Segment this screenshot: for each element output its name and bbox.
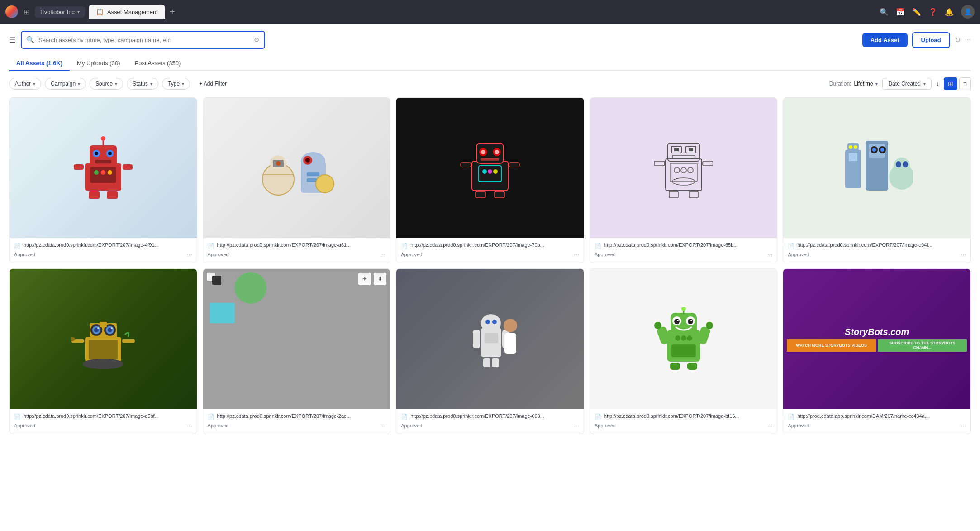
sort-selector[interactable]: Date Created ▾ [882,78,931,90]
filter-campaign[interactable]: Campaign ▾ [45,78,86,90]
workspace-selector[interactable]: Evoltobor Inc ▾ [35,6,85,18]
svg-point-113 [677,320,679,321]
help-icon[interactable]: ❓ [928,8,937,16]
refresh-icon[interactable]: ↻ [955,36,961,44]
asset-status: Approved [14,252,35,257]
asset-more-button[interactable]: ··· [381,251,386,258]
duration-label: Duration: [829,81,852,87]
asset-more-button[interactable]: ··· [574,422,579,429]
asset-thumbnail [590,98,777,238]
svg-point-116 [681,335,686,341]
thumb-overlay: ✈ ⬇ [358,273,386,285]
tab-icon: 📋 [96,8,104,15]
svg-rect-104 [492,358,499,367]
asset-more-button[interactable]: ··· [767,422,773,429]
asset-url: http://pz.cdata.prod0.sprinklr.com/EXPOR… [217,242,351,249]
asset-more-button[interactable]: ··· [381,422,386,429]
add-filter-button[interactable]: + Add Filter [194,78,232,89]
svg-point-76 [903,161,908,167]
svg-rect-89 [100,322,107,327]
svg-point-114 [690,320,692,321]
svg-point-64 [849,145,852,149]
workspace-name: Evoltobor Inc [40,9,75,15]
svg-point-16 [101,136,105,141]
svg-rect-14 [107,191,118,199]
asset-card: StoryBots.com WATCH MORE STORYBOTS VIDEO… [783,268,971,434]
browser-actions: 🔍 📅 ✏️ ❓ 🔔 👤 [880,5,975,19]
design-illustration [203,269,276,328]
storybots-bottom: WATCH MORE STORYBOTS VIDEOS SUBSCRIBE TO… [787,339,967,352]
svg-point-122 [706,322,713,329]
asset-type-icon: 📄 [14,414,21,420]
asset-more-button[interactable]: ··· [574,251,579,258]
sort-direction-icon[interactable]: ↓ [936,80,939,87]
svg-rect-7 [90,167,116,183]
share-button[interactable]: ✈ [358,273,371,285]
asset-more-button[interactable]: ··· [767,251,773,258]
asset-status: Approved [208,252,229,257]
robot-illustration [71,307,135,371]
download-button[interactable]: ⬇ [374,273,386,285]
bell-icon[interactable]: 🔔 [945,8,954,16]
asset-grid: 📄 http://pz.cdata.prod0.sprinklr.com/EXP… [9,97,971,434]
asset-url-row: 📄 http://pz.cdata.prod0.sprinklr.com/EXP… [401,242,579,249]
asset-url: http://pz.cdata.prod0.sprinklr.com/EXPOR… [24,242,159,249]
svg-point-87 [97,327,99,329]
svg-rect-123 [670,363,680,370]
filter-source[interactable]: Source ▾ [90,78,123,90]
svg-point-99 [492,320,497,324]
tab-post-assets[interactable]: Post Assets (350) [127,56,188,71]
search-browser-icon[interactable]: 🔍 [880,8,889,16]
svg-rect-91 [122,339,135,343]
svg-rect-103 [483,358,490,367]
storybots-watch: WATCH MORE STORYBOTS VIDEOS [787,339,876,352]
filter-author[interactable]: Author ▾ [9,78,41,90]
svg-point-79 [83,359,124,369]
new-tab-button[interactable]: + [166,7,179,16]
user-avatar[interactable]: 👤 [961,5,975,19]
svg-rect-61 [689,191,698,198]
upload-button[interactable]: Upload [912,32,950,48]
asset-card: 📄 http://pz.cdata.prod0.sprinklr.com/EXP… [9,268,197,434]
tab-my-uploads[interactable]: My Uploads (30) [70,56,127,71]
asset-more-button[interactable]: ··· [187,251,192,258]
asset-meta-row: Approved ··· [788,422,966,429]
calendar-icon[interactable]: 📅 [896,8,905,16]
add-asset-button[interactable]: Add Asset [862,33,908,47]
filter-status[interactable]: Status ▾ [127,78,158,90]
search-input[interactable] [38,37,250,43]
svg-point-39 [482,169,487,174]
grid-view-button[interactable]: ⊞ [944,77,957,90]
tab-all-assets[interactable]: All Assets (1.6K) [9,56,70,71]
search-settings-icon[interactable]: ⚙ [254,36,260,43]
menu-icon[interactable]: ☰ [9,36,15,44]
asset-url-row: 📄 http://pz.cdata.prod0.sprinklr.com/EXP… [595,413,773,420]
asset-more-button[interactable]: ··· [961,251,966,258]
edit-icon[interactable]: ✏️ [912,8,921,16]
workspace-chevron: ▾ [77,10,80,14]
more-icon[interactable]: ··· [965,36,971,44]
svg-point-55 [681,167,686,173]
asset-card: 📄 http://pz.cdata.prod0.sprinklr.com/EXP… [590,268,778,434]
asset-info: 📄 http://pz.cdata.prod0.sprinklr.com/EXP… [396,238,584,263]
list-view-button[interactable]: ≡ [959,77,971,90]
asset-type-icon: 📄 [208,414,214,420]
asset-type-icon: 📄 [14,243,21,249]
asset-management-tab[interactable]: 📋 Asset Management [89,5,165,19]
robot-illustration [71,136,135,200]
filter-type[interactable]: Type ▾ [162,78,190,90]
svg-rect-6 [95,160,111,163]
duration-selector[interactable]: Duration: Lifetime ▾ [829,81,878,87]
svg-point-98 [485,320,490,324]
asset-more-button[interactable]: ··· [187,422,192,429]
asset-more-button[interactable]: ··· [961,422,966,429]
svg-point-115 [675,335,680,341]
grid-icon[interactable]: ⊞ [22,6,31,18]
svg-rect-51 [689,148,693,151]
asset-type-icon: 📄 [788,243,794,249]
robot-illustration [258,139,335,197]
svg-point-65 [854,145,857,149]
asset-info: 📄 http://prod.cdata.app.sprinklr.com/DAM… [783,409,970,434]
asset-url-row: 📄 http://pz.cdata.prod0.sprinklr.com/EXP… [14,242,192,249]
asset-card: 📄 http://pz.cdata.prod0.sprinklr.com/EXP… [783,97,971,263]
